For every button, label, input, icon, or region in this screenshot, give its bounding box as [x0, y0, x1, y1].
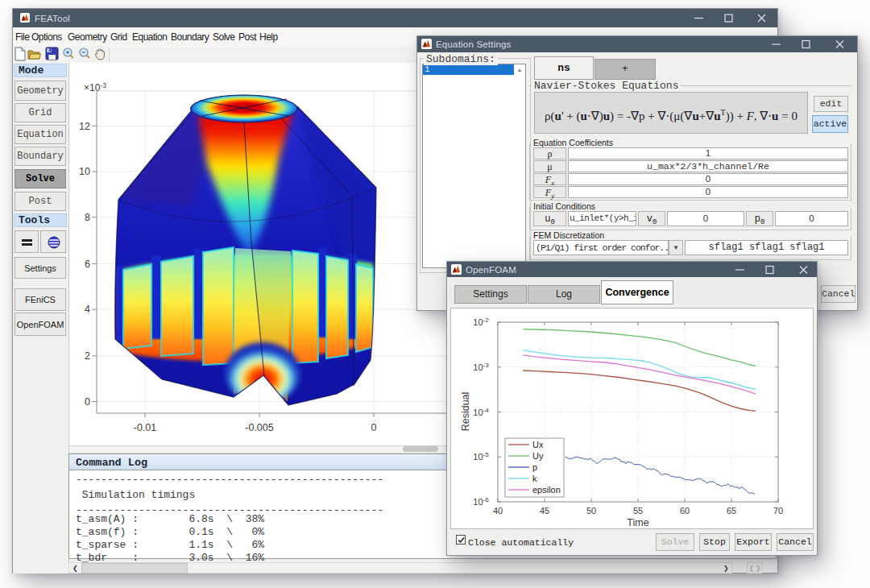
- svg-text:Residual: Residual: [460, 392, 471, 432]
- svg-text:65: 65: [727, 506, 736, 516]
- svg-text:Ux: Ux: [532, 440, 544, 449]
- svg-text:-0.01: -0.01: [134, 422, 157, 433]
- svg-text:10-6: 10-6: [473, 496, 489, 507]
- svg-text:10: 10: [79, 166, 90, 177]
- svg-text:2: 2: [85, 350, 90, 362]
- svg-text:p: p: [532, 462, 537, 472]
- svg-text:10-4: 10-4: [473, 407, 489, 417]
- svg-text:Time: Time: [627, 517, 648, 528]
- svg-text:55: 55: [633, 506, 643, 516]
- svg-text:4: 4: [85, 304, 90, 315]
- svg-text:70: 70: [773, 506, 783, 516]
- svg-text:×10-3: ×10-3: [84, 81, 106, 93]
- svg-text:k: k: [532, 474, 537, 483]
- svg-text:8: 8: [85, 212, 90, 223]
- svg-text:45: 45: [540, 506, 549, 516]
- svg-text:10-5: 10-5: [473, 451, 489, 462]
- svg-text:10-3: 10-3: [473, 362, 489, 372]
- svg-text:-0.005: -0.005: [245, 422, 273, 433]
- svg-text:50: 50: [586, 506, 596, 516]
- svg-text:12: 12: [79, 121, 90, 132]
- svg-text:epsilon: epsilon: [532, 485, 561, 495]
- svg-text:Uy: Uy: [532, 451, 544, 461]
- svg-text:0: 0: [85, 396, 90, 408]
- svg-text:40: 40: [493, 506, 503, 516]
- svg-text:0: 0: [371, 422, 377, 433]
- svg-text:60: 60: [680, 506, 690, 516]
- svg-text:10-2: 10-2: [473, 317, 489, 327]
- svg-text:6: 6: [85, 259, 90, 270]
